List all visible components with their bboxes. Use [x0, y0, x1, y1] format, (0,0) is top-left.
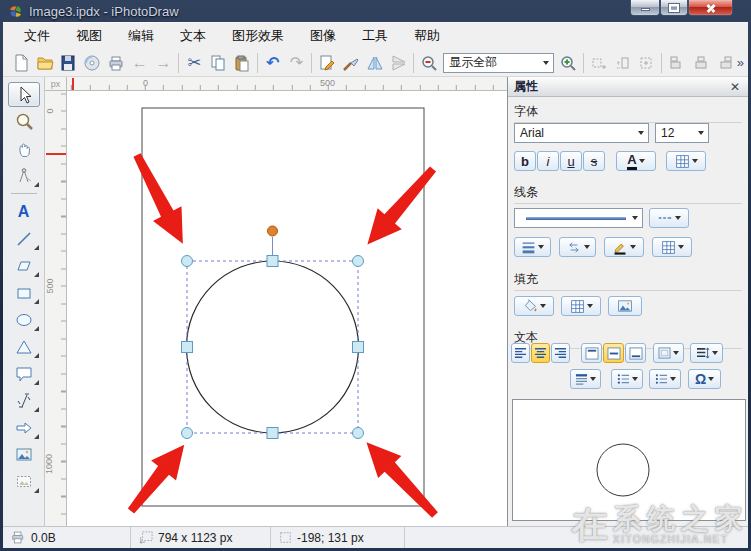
paste-button[interactable]	[230, 51, 254, 75]
indent-button[interactable]	[570, 369, 601, 389]
nav-back-button[interactable]: ←	[128, 51, 152, 75]
rectangle-tool[interactable]	[8, 280, 40, 305]
align-right-button[interactable]	[551, 343, 570, 363]
crop-tool[interactable]	[8, 469, 40, 494]
line-width-button[interactable]	[514, 237, 551, 257]
line-grid-button[interactable]	[652, 237, 692, 257]
chevron-down-icon	[587, 304, 593, 308]
dimension-tool[interactable]	[8, 388, 40, 413]
flip-vertical-button[interactable]	[387, 51, 411, 75]
strikethrough-button[interactable]: s	[583, 151, 605, 171]
triangle-tool[interactable]	[8, 334, 40, 359]
handle-se[interactable]	[353, 428, 364, 439]
arrow-tool[interactable]	[8, 415, 40, 440]
font-size-combo[interactable]: 12	[655, 123, 709, 143]
menu-file[interactable]: 文件	[11, 23, 63, 49]
menu-text[interactable]: 文本	[167, 23, 219, 49]
vertical-align-bottom-button[interactable]	[625, 343, 646, 363]
line-style-combo[interactable]	[514, 208, 643, 228]
vertical-align-middle-button[interactable]	[603, 343, 624, 363]
align-objects-right-button[interactable]	[713, 51, 737, 75]
handle-s[interactable]	[267, 428, 278, 439]
line-arrows-button[interactable]	[559, 237, 596, 257]
bullet-list-button[interactable]	[611, 369, 643, 389]
save-button[interactable]	[57, 51, 81, 75]
special-character-button[interactable]: Ω	[688, 369, 721, 389]
resize-canvas-icon	[637, 54, 655, 72]
status-spacer	[405, 527, 748, 548]
rotation-handle[interactable]	[268, 226, 278, 236]
measure-tool[interactable]	[8, 163, 40, 188]
export-cd-button[interactable]	[80, 51, 104, 75]
zoom-in-button[interactable]	[556, 51, 580, 75]
toolbar-overflow-button[interactable]: »	[737, 55, 744, 70]
fill-color-button[interactable]	[514, 296, 554, 316]
handle-ne[interactable]	[353, 256, 364, 267]
menu-view[interactable]: 视图	[63, 23, 115, 49]
panel-close-button[interactable]: ✕	[730, 80, 740, 94]
numbered-list-button[interactable]	[649, 369, 681, 389]
menu-image[interactable]: 图像	[297, 23, 349, 49]
resize-canvas-button[interactable]	[635, 51, 659, 75]
horizontal-ruler: 0 500	[67, 77, 507, 91]
font-effects-grid-button[interactable]	[666, 151, 706, 171]
new-file-button[interactable]	[9, 51, 33, 75]
fill-grid-button[interactable]	[561, 296, 601, 316]
align-left-button[interactable]	[511, 343, 530, 363]
vertical-align-top-button[interactable]	[581, 343, 602, 363]
close-button[interactable]	[688, 0, 733, 16]
edit-points-button[interactable]	[315, 51, 339, 75]
drawing-canvas[interactable]	[67, 91, 507, 526]
line-tool[interactable]	[8, 226, 40, 251]
line-spacing-button[interactable]	[690, 343, 723, 363]
minimize-button[interactable]	[630, 0, 660, 16]
align-center-button[interactable]	[531, 343, 550, 363]
align-objects-left-button[interactable]	[665, 51, 689, 75]
rectangle-icon	[14, 283, 34, 303]
select-tool[interactable]	[8, 82, 40, 107]
undo-button[interactable]: ↶	[261, 51, 285, 75]
zoom-tool[interactable]	[8, 109, 40, 134]
chevron-down-icon	[712, 351, 718, 355]
align-objects-center-button[interactable]	[689, 51, 713, 75]
menu-edit[interactable]: 编辑	[115, 23, 167, 49]
redo-button[interactable]: ↷	[285, 51, 309, 75]
handle-sw[interactable]	[182, 428, 193, 439]
menu-help[interactable]: 帮助	[401, 23, 453, 49]
fill-image-button[interactable]	[608, 296, 642, 316]
image-tool[interactable]	[8, 442, 40, 467]
zoom-out-button[interactable]	[417, 51, 441, 75]
text-tool[interactable]: A	[8, 199, 40, 224]
font-color-button[interactable]: A	[616, 151, 656, 171]
italic-button[interactable]: i	[537, 151, 559, 171]
callout-tool[interactable]	[8, 361, 40, 386]
menu-shape-effects[interactable]: 图形效果	[219, 23, 297, 49]
cut-button[interactable]: ✂	[182, 51, 206, 75]
canvas-size-button[interactable]	[587, 51, 611, 75]
resize-image-button[interactable]	[611, 51, 635, 75]
flip-horizontal-button[interactable]	[363, 51, 387, 75]
maximize-button[interactable]	[660, 0, 688, 16]
handle-nw[interactable]	[182, 256, 193, 267]
copy-button[interactable]	[206, 51, 230, 75]
preview-pane[interactable]	[512, 399, 746, 521]
menu-tools[interactable]: 工具	[349, 23, 401, 49]
underline-button[interactable]: u	[560, 151, 582, 171]
bold-button[interactable]: b	[514, 151, 536, 171]
open-file-button[interactable]	[33, 51, 57, 75]
ellipse-tool[interactable]	[8, 307, 40, 332]
handle-w[interactable]	[182, 342, 193, 353]
handle-n[interactable]	[267, 256, 278, 267]
undo-icon: ↶	[266, 55, 279, 71]
zoom-level-combo[interactable]: 显示全部	[443, 53, 554, 73]
line-color-button[interactable]	[604, 237, 644, 257]
polygon-tool[interactable]	[8, 253, 40, 278]
nav-forward-button[interactable]: →	[152, 51, 176, 75]
pan-tool[interactable]	[8, 136, 40, 161]
text-box-button[interactable]	[653, 343, 684, 363]
handle-e[interactable]	[353, 342, 364, 353]
print-button[interactable]	[104, 51, 128, 75]
font-family-combo[interactable]: Arial	[514, 123, 649, 143]
dash-style-button[interactable]	[649, 208, 689, 228]
format-painter-button[interactable]	[339, 51, 363, 75]
